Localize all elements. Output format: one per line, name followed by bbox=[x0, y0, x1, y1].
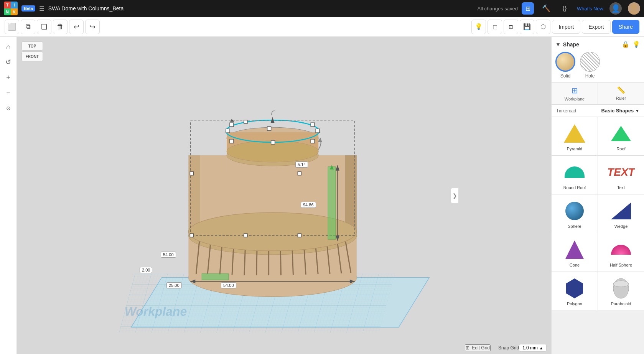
delete-button[interactable]: 🗑 bbox=[53, 20, 68, 34]
logo-i: I bbox=[11, 2, 18, 8]
view-cube[interactable]: TOP FRONT bbox=[21, 41, 46, 72]
shape-item-pyramid[interactable]: Pyramid bbox=[552, 117, 598, 155]
svg-marker-53 bbox=[336, 235, 339, 241]
svg-line-14 bbox=[257, 232, 257, 275]
svg-rect-40 bbox=[230, 139, 234, 143]
shape-types: Solid Hole bbox=[555, 52, 640, 79]
hide-button[interactable]: ◻ bbox=[488, 20, 502, 34]
hole-shape-option[interactable]: Hole bbox=[580, 52, 600, 79]
edit-grid-button[interactable]: ⊞ Edit Grid bbox=[465, 344, 491, 351]
user-thumbnail[interactable] bbox=[628, 2, 640, 15]
app-logo[interactable]: T I N K bbox=[4, 2, 18, 15]
paraboloid-label: Paraboloid bbox=[611, 301, 631, 306]
lightbulb-icon[interactable]: 💡 bbox=[632, 41, 640, 48]
export-button[interactable]: Export bbox=[582, 20, 610, 34]
polygon-shape bbox=[566, 278, 583, 298]
zoom-out-button[interactable]: − bbox=[2, 86, 15, 100]
roof-label: Roof bbox=[616, 147, 625, 151]
share-button[interactable]: Share bbox=[612, 20, 639, 34]
svg-marker-55 bbox=[330, 165, 334, 170]
svg-rect-44 bbox=[298, 172, 301, 175]
duplicate-button[interactable]: ❑ bbox=[37, 20, 51, 34]
round-roof-visual bbox=[564, 161, 585, 183]
undo-button[interactable]: ↩ bbox=[69, 20, 84, 34]
ruler-button[interactable]: 📏 Ruler bbox=[598, 83, 644, 104]
shape-item-polygon[interactable]: Polygon bbox=[552, 272, 598, 310]
shape-item-text[interactable]: TEXT Text bbox=[598, 156, 644, 194]
shape-item-cone[interactable]: Cone bbox=[552, 233, 598, 272]
half-sphere-visual bbox=[610, 239, 632, 260]
library-dropdown[interactable]: Basic Shapes ▼ bbox=[601, 108, 639, 114]
rotate-button[interactable]: ↺ bbox=[2, 55, 15, 69]
shape-item-wedge[interactable]: Wedge bbox=[598, 194, 644, 233]
hole-circle bbox=[580, 52, 600, 72]
hide2-button[interactable]: ⊡ bbox=[504, 20, 518, 34]
ruler-label: Ruler bbox=[616, 96, 626, 100]
workplane-button[interactable]: ⊞ Workplane bbox=[552, 83, 598, 104]
roof-shape bbox=[611, 126, 631, 141]
sphere-shape bbox=[565, 202, 584, 220]
import-button[interactable]: Import bbox=[552, 20, 580, 34]
svg-line-22 bbox=[345, 239, 351, 273]
cone-shape bbox=[565, 240, 584, 259]
view-cube-front[interactable]: FRONT bbox=[21, 51, 43, 61]
svg-rect-48 bbox=[244, 234, 247, 237]
code-button[interactable]: {} bbox=[558, 2, 571, 15]
shapes-grid: Pyramid Roof Round Roof bbox=[552, 117, 644, 310]
redo-button[interactable]: ↪ bbox=[85, 20, 100, 34]
svg-rect-34 bbox=[267, 127, 271, 130]
lock-icon[interactable]: 🔒 bbox=[622, 41, 629, 48]
shape-item-paraboloid[interactable]: Paraboloid bbox=[598, 272, 644, 310]
copy-button[interactable]: ⧉ bbox=[21, 20, 35, 34]
svg-point-8 bbox=[188, 216, 356, 255]
new-button[interactable]: ⬜ bbox=[5, 20, 19, 34]
half-sphere-label: Half Sphere bbox=[610, 263, 632, 267]
chevron-down-icon: ▼ bbox=[635, 109, 639, 113]
save-button[interactable]: 💾 bbox=[520, 20, 534, 34]
svg-marker-57 bbox=[190, 280, 195, 283]
solid-shape-option[interactable]: Solid bbox=[555, 52, 575, 79]
user-avatar[interactable]: 👤 bbox=[609, 2, 622, 15]
shape-item-half-sphere[interactable]: Half Sphere bbox=[598, 233, 644, 272]
viewport[interactable]: TOP FRONT Workplane bbox=[17, 37, 551, 354]
grid-view-button[interactable]: ⊞ bbox=[522, 2, 534, 15]
hammer-button[interactable]: 🔨 bbox=[540, 2, 552, 15]
svg-line-17 bbox=[292, 232, 293, 275]
fit-button[interactable]: ⊙ bbox=[2, 101, 15, 115]
shape-panel-chevron[interactable]: ▼ bbox=[555, 41, 561, 48]
svg-line-12 bbox=[232, 232, 234, 275]
zoom-in-button[interactable]: + bbox=[2, 71, 15, 84]
svg-rect-35 bbox=[226, 129, 230, 133]
ruler-icon: 📏 bbox=[617, 86, 625, 94]
roof-visual bbox=[610, 123, 632, 144]
svg-rect-26 bbox=[345, 155, 357, 234]
mirror-button[interactable]: ⬡ bbox=[536, 20, 550, 34]
svg-line-13 bbox=[244, 232, 246, 275]
solid-label: Solid bbox=[560, 73, 571, 79]
light-button[interactable]: 💡 bbox=[471, 20, 486, 34]
collapse-panel-button[interactable]: ❯ bbox=[451, 188, 458, 203]
svg-line-18 bbox=[303, 233, 306, 275]
svg-line-11 bbox=[220, 232, 223, 275]
shape-panel-title: ▼ Shape bbox=[555, 41, 579, 48]
home-button[interactable]: ⌂ bbox=[2, 40, 15, 54]
svg-point-23 bbox=[188, 212, 356, 251]
svg-rect-31 bbox=[227, 132, 318, 151]
main-area: ⌂ ↺ + − ⊙ TOP FRONT bbox=[0, 37, 644, 354]
svg-rect-28 bbox=[227, 155, 318, 175]
whats-new-button[interactable]: What's New bbox=[577, 6, 603, 12]
shapes-library: Tinkercad Basic Shapes ▼ Pyramid bbox=[552, 105, 644, 354]
snap-grid-value-text: 1.0 mm bbox=[522, 345, 538, 351]
topbar: T I N K Beta ☰ SWA Dome with Columns_Bet… bbox=[0, 0, 644, 17]
pyramid-label: Pyramid bbox=[567, 147, 582, 151]
shape-item-round-roof[interactable]: Round Roof bbox=[552, 156, 598, 194]
cone-visual bbox=[564, 239, 585, 260]
save-status: All changes saved bbox=[478, 6, 518, 12]
right-panel: ▼ Shape 🔒 💡 Solid Hole bbox=[551, 37, 644, 354]
snap-grid-dropdown[interactable]: 1.0 mm ▲ bbox=[519, 344, 547, 352]
shape-item-sphere[interactable]: Sphere bbox=[552, 194, 598, 233]
shape-item-roof[interactable]: Roof bbox=[598, 117, 644, 155]
view-cube-top[interactable]: TOP bbox=[21, 41, 43, 51]
snap-grid-label: Snap Grid bbox=[498, 345, 519, 351]
svg-rect-45 bbox=[190, 234, 193, 237]
